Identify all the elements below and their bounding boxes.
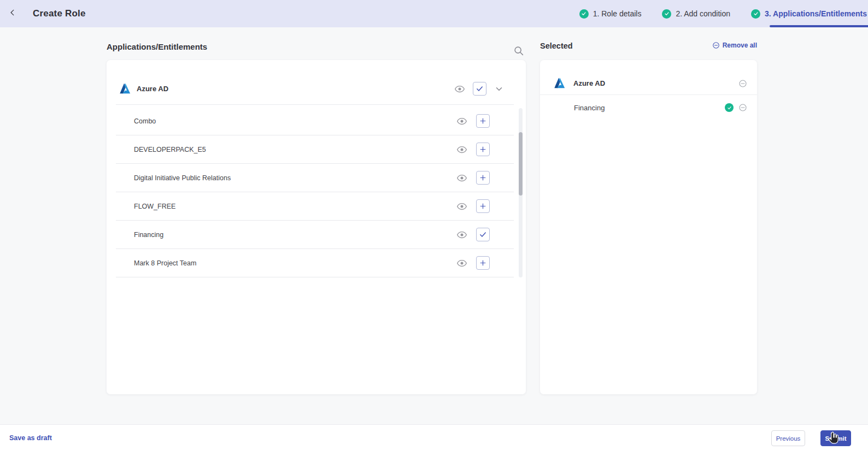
entitlement-name: DEVELOPERPACK_E5 bbox=[134, 146, 206, 153]
applications-panel-title: Applications/Entitlements bbox=[107, 42, 207, 51]
entitlement-row[interactable]: Mark 8 Project Team bbox=[116, 249, 514, 277]
check-circle-icon bbox=[579, 9, 589, 19]
step-add-condition[interactable]: 2. Add condition bbox=[662, 0, 730, 27]
step-applications-entitlements[interactable]: 3. Applications/Entitlements bbox=[751, 0, 867, 27]
top-bar: Create Role 1. Role details 2. Add condi… bbox=[0, 0, 868, 27]
footer-bar: Save as draft Previous Submit bbox=[0, 424, 868, 462]
azure-ad-logo-icon bbox=[553, 77, 566, 90]
chevron-down-icon[interactable] bbox=[494, 84, 504, 94]
eye-icon[interactable] bbox=[456, 173, 467, 183]
add-entitlement-button[interactable] bbox=[476, 143, 490, 156]
selected-group-name: Azure AD bbox=[573, 79, 605, 87]
eye-icon[interactable] bbox=[454, 84, 465, 94]
entitlement-name: FLOW_FREE bbox=[134, 203, 175, 210]
applications-card: Azure AD Combo bbox=[107, 60, 526, 394]
entitlement-name: Financing bbox=[134, 231, 163, 239]
step-label: 3. Applications/Entitlements bbox=[765, 9, 867, 18]
submit-button[interactable]: Submit bbox=[820, 430, 851, 446]
step-role-details[interactable]: 1. Role details bbox=[579, 0, 642, 27]
group-checkbox-checked[interactable] bbox=[473, 82, 486, 96]
app-group-row-azure-ad[interactable]: Azure AD bbox=[116, 73, 514, 105]
entitlement-row[interactable]: FLOW_FREE bbox=[116, 192, 514, 221]
eye-icon[interactable] bbox=[456, 116, 467, 127]
step-label: 1. Role details bbox=[593, 9, 642, 18]
azure-ad-logo-icon bbox=[119, 82, 131, 95]
add-entitlement-button[interactable] bbox=[476, 199, 490, 213]
scrollbar-thumb[interactable] bbox=[519, 132, 523, 196]
selected-entitlement-name: Financing bbox=[574, 104, 605, 112]
entitlement-checkbox-checked[interactable] bbox=[476, 228, 490, 241]
selected-group-row-azure-ad: Azure AD bbox=[540, 72, 757, 95]
eye-icon[interactable] bbox=[456, 144, 467, 155]
remove-all-button[interactable]: Remove all bbox=[712, 42, 757, 49]
selected-panel-title: Selected bbox=[540, 42, 573, 50]
remove-all-label: Remove all bbox=[723, 42, 757, 49]
back-button[interactable] bbox=[0, 0, 25, 27]
search-icon[interactable] bbox=[513, 45, 526, 58]
entitlement-row[interactable]: DEVELOPERPACK_E5 bbox=[116, 135, 514, 164]
scrollbar[interactable] bbox=[519, 108, 523, 277]
entitlement-list: Combo DEVELOPERPACK_E5 bbox=[116, 107, 514, 277]
add-entitlement-button[interactable] bbox=[476, 256, 490, 270]
entitlement-name: Combo bbox=[134, 117, 156, 125]
confirmed-check-icon bbox=[725, 103, 734, 112]
page-title: Create Role bbox=[33, 8, 86, 19]
eye-icon[interactable] bbox=[456, 229, 467, 240]
save-as-draft-link[interactable]: Save as draft bbox=[9, 430, 52, 446]
entitlement-row[interactable]: Combo bbox=[116, 107, 514, 135]
entitlement-row[interactable]: Digital Initiative Public Relations bbox=[116, 164, 514, 192]
step-label: 2. Add condition bbox=[676, 9, 730, 18]
check-circle-icon bbox=[751, 9, 760, 19]
entitlement-name: Mark 8 Project Team bbox=[134, 259, 196, 267]
eye-icon[interactable] bbox=[456, 258, 467, 269]
active-step-underline bbox=[770, 25, 868, 27]
remove-group-icon[interactable] bbox=[738, 79, 747, 88]
selected-card: Azure AD Financing bbox=[540, 60, 757, 394]
previous-button[interactable]: Previous bbox=[771, 430, 805, 446]
add-entitlement-button[interactable] bbox=[476, 171, 490, 185]
entitlement-name: Digital Initiative Public Relations bbox=[134, 174, 231, 182]
entitlement-row-selected[interactable]: Financing bbox=[116, 221, 514, 249]
check-circle-icon bbox=[662, 9, 671, 19]
add-entitlement-button[interactable] bbox=[476, 114, 490, 128]
wizard-steps: 1. Role details 2. Add condition 3. Appl… bbox=[579, 0, 868, 27]
eye-icon[interactable] bbox=[456, 201, 467, 212]
app-group-name: Azure AD bbox=[137, 85, 168, 93]
selected-entitlement-row: Financing bbox=[540, 95, 757, 120]
minus-circle-icon bbox=[712, 42, 720, 49]
chevron-left-icon bbox=[9, 9, 16, 19]
create-role-page: { "header": { "title": "Create Role", "s… bbox=[0, 0, 868, 462]
remove-entitlement-icon[interactable] bbox=[738, 103, 747, 112]
